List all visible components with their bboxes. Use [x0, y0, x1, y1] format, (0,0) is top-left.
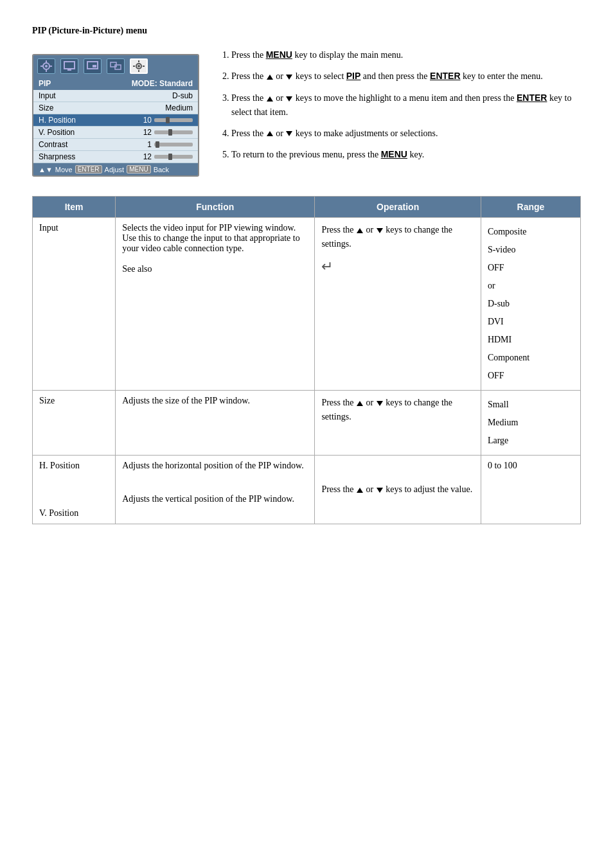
range-input: Composite S-video OFF or D-sub DVI HDMI …	[488, 223, 574, 385]
op-text-positions: Press the or keys to adjust the value.	[321, 483, 474, 497]
svg-rect-7	[67, 69, 71, 71]
row-label-size: Size	[39, 103, 53, 112]
row-val-contrast: 1	[147, 140, 193, 149]
footer-enter-key: ENTER	[75, 165, 102, 173]
key-menu-1: MENU	[266, 49, 292, 60]
page-title: PIP (Picture-in-Picture) menu	[32, 26, 581, 36]
menu-header-row: PIP MODE: Standard	[33, 77, 198, 90]
arrow-up-4	[267, 131, 273, 136]
row-val-vpos: 12	[143, 128, 193, 137]
footer-back: Back	[154, 166, 169, 173]
op-text-input: Press the or keys to change the settings…	[321, 223, 474, 252]
table-row-positions: H. Position V. Position Adjusts the hori…	[33, 456, 581, 524]
cell-function-positions: Adjusts the horizontal position of the P…	[116, 456, 315, 524]
menu-screenshot: PIP MODE: Standard Input D-sub Size Medi…	[32, 54, 199, 177]
svg-rect-17	[143, 66, 145, 67]
cell-function-input: Selects the video input for PIP viewing …	[116, 218, 315, 391]
row-val-sharpness: 12	[143, 152, 193, 161]
table-row-size: Size Adjusts the size of the PIP window.…	[33, 391, 581, 456]
op-text-size: Press the or keys to change the settings…	[321, 396, 474, 425]
menu-icon-2	[60, 58, 78, 74]
top-section: PIP MODE: Standard Input D-sub Size Medi…	[32, 48, 581, 177]
arrow-up-op-input	[357, 228, 363, 233]
menu-footer: ▲▼ Move ENTER Adjust MENU Back	[33, 163, 198, 175]
svg-rect-9	[93, 65, 96, 67]
row-val-size: Medium	[165, 103, 193, 112]
menu-row-hposition: H. Position 10	[33, 114, 198, 127]
func-hpos: Adjusts the horizontal position of the P…	[122, 461, 308, 471]
footer-arrows: ▲▼	[39, 166, 53, 173]
menu-icon-3	[84, 58, 102, 74]
svg-rect-15	[138, 70, 139, 72]
menu-icon-1	[37, 58, 55, 74]
row-val-input: D-sub	[172, 91, 193, 100]
arrow-up-2	[267, 75, 273, 80]
arrow-down-3	[286, 96, 292, 102]
th-item: Item	[33, 197, 116, 218]
cell-operation-positions: Press the or keys to adjust the value.	[315, 456, 481, 524]
menu-title: PIP	[39, 79, 51, 88]
return-icon-input: ↵	[321, 258, 474, 275]
key-enter-2: ENTER	[430, 71, 460, 81]
arrow-down-4	[286, 131, 292, 136]
row-val-hpos: 10	[143, 116, 193, 125]
menu-rows: Input D-sub Size Medium H. Position 10 V…	[33, 90, 198, 163]
menu-icon-4	[107, 58, 125, 74]
cell-range-size: Small Medium Large	[481, 391, 580, 456]
row-label-hpos: H. Position	[39, 116, 76, 125]
table-row-input: Input Selects the video input for PIP vi…	[33, 218, 581, 391]
row-label-input: Input	[39, 91, 56, 100]
svg-rect-6	[64, 62, 75, 69]
key-pip: PIP	[346, 71, 361, 81]
menu-row-vposition: V. Position 12	[33, 127, 198, 139]
table-header-row: Item Function Operation Range	[33, 197, 581, 218]
step-3: Press the or keys to move the highlight …	[231, 91, 581, 120]
menu-mode: MODE: Standard	[132, 79, 193, 88]
row-label-contrast: Contrast	[39, 140, 67, 149]
th-operation: Operation	[315, 197, 481, 218]
svg-rect-16	[133, 66, 135, 67]
svg-rect-4	[40, 66, 43, 67]
th-range: Range	[481, 197, 580, 218]
arrow-up-3	[267, 96, 273, 102]
menu-row-sharpness: Sharpness 12	[33, 151, 198, 163]
item-vpos: V. Position	[39, 508, 109, 518]
range-size: Small Medium Large	[488, 396, 574, 450]
menu-row-input: Input D-sub	[33, 90, 198, 102]
step-4: Press the or keys to make adjustments or…	[231, 127, 581, 141]
svg-rect-14	[138, 60, 139, 62]
cell-item-input: Input	[33, 218, 116, 391]
svg-point-1	[45, 65, 48, 67]
row-label-vpos: V. Position	[39, 128, 75, 137]
menu-row-contrast: Contrast 1	[33, 139, 198, 151]
cell-item-size: Size	[33, 391, 116, 456]
footer-move: Move	[55, 166, 73, 173]
cell-operation-input: Press the or keys to change the settings…	[315, 218, 481, 391]
footer-menu-key: MENU	[127, 165, 150, 173]
table-header: Item Function Operation Range	[33, 197, 581, 218]
key-enter-3: ENTER	[517, 93, 547, 103]
step-1: Press the MENU key to display the main m…	[231, 48, 581, 62]
main-table: Item Function Operation Range Input Sele…	[32, 196, 581, 524]
arrow-up-op-size	[357, 401, 363, 406]
row-label-sharpness: Sharpness	[39, 152, 75, 161]
menu-icon-5-active	[130, 58, 148, 74]
svg-rect-2	[46, 60, 47, 63]
step-5: To return to the previous menu, press th…	[231, 147, 581, 162]
arrow-down-op-size	[377, 401, 383, 406]
th-function: Function	[116, 197, 315, 218]
svg-point-13	[138, 65, 140, 67]
key-menu-5: MENU	[381, 149, 407, 159]
item-hpos: H. Position	[39, 461, 109, 471]
arrow-up-op-pos	[357, 488, 363, 493]
cell-range-positions: 0 to 100	[481, 456, 580, 524]
cell-function-size: Adjusts the size of the PIP window.	[116, 391, 315, 456]
step-2: Press the or keys to select PIP and then…	[231, 69, 581, 84]
instructions-list: Press the MENU key to display the main m…	[218, 48, 581, 177]
footer-adjust: Adjust	[105, 166, 125, 173]
cell-range-input: Composite S-video OFF or D-sub DVI HDMI …	[481, 218, 580, 391]
cell-operation-size: Press the or keys to change the settings…	[315, 391, 481, 456]
arrow-down-op-pos	[377, 488, 383, 493]
table-body: Input Selects the video input for PIP vi…	[33, 218, 581, 524]
range-positions: 0 to 100	[488, 461, 574, 471]
